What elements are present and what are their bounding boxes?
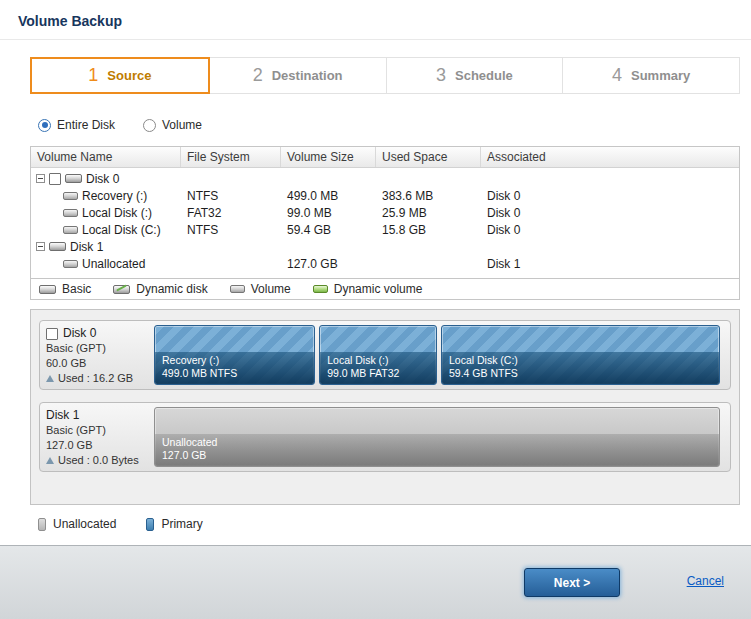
step-number: 3	[436, 65, 446, 86]
partition-detail: 59.4 GB NTFS	[449, 367, 712, 380]
radio-unselected-icon	[143, 119, 156, 132]
table-row-local-disk[interactable]: Local Disk (:) FAT32 99.0 MB 25.9 MB Dis…	[31, 204, 739, 221]
collapse-icon[interactable]	[36, 242, 45, 251]
partition-name: Unallocated	[162, 436, 712, 449]
cell-volume-size: 99.0 MB	[281, 206, 376, 220]
expand-arrow-icon[interactable]	[46, 457, 54, 464]
radio-label: Volume	[162, 118, 202, 132]
legend-basic: Basic	[39, 282, 91, 296]
volume-table: Volume Name File System Volume Size Used…	[30, 146, 740, 279]
partition-local-disk[interactable]: Local Disk (:) 99.0 MB FAT32	[319, 325, 437, 385]
step-label: Summary	[631, 68, 690, 83]
disk-capacity: 60.0 GB	[46, 356, 154, 371]
disk1-info: Disk 1 Basic (GPT) 127.0 GB Used : 0.0 B…	[46, 407, 154, 467]
table-row-disk1[interactable]: Disk 1	[31, 238, 739, 255]
disk-name: Disk 0	[63, 326, 96, 341]
legend-label: Primary	[161, 517, 202, 531]
step-number: 4	[612, 65, 622, 86]
cell-associated: Disk 1	[481, 257, 739, 271]
cancel-link[interactable]: Cancel	[687, 574, 724, 588]
cell-volume-size: 59.4 GB	[281, 223, 376, 237]
legend-label: Volume	[251, 282, 291, 296]
partition-detail: 127.0 GB	[162, 449, 712, 462]
disk-name: Disk 1	[46, 408, 79, 423]
cell-used-space: 25.9 MB	[376, 206, 481, 220]
partition-local-disk-c[interactable]: Local Disk (C:) 59.4 GB NTFS	[441, 325, 720, 385]
step-schedule[interactable]: 3 Schedule	[386, 57, 564, 94]
volume-radio[interactable]: Volume	[143, 118, 202, 132]
step-destination[interactable]: 2 Destination	[209, 57, 387, 94]
cell-used-space: 15.8 GB	[376, 223, 481, 237]
step-label: Source	[107, 68, 151, 83]
collapse-icon[interactable]	[36, 174, 45, 183]
legend-dynamic-volume: Dynamic volume	[313, 282, 423, 296]
titlebar: Volume Backup	[0, 0, 751, 40]
legend-volume: Volume	[230, 282, 291, 296]
table-row-disk0[interactable]: Disk 0	[31, 170, 739, 187]
next-button[interactable]: Next >	[524, 568, 620, 597]
partition-recovery[interactable]: Recovery (:) 499.0 MB NTFS	[154, 325, 315, 385]
page-title: Volume Backup	[18, 13, 122, 29]
disk0-partitions: Recovery (:) 499.0 MB NTFS Local Disk (:…	[154, 325, 720, 385]
row-label: Local Disk (C:)	[82, 223, 161, 237]
partition-name: Local Disk (:)	[327, 354, 429, 367]
step-source[interactable]: 1 Source	[30, 57, 210, 94]
table-body: Disk 0 Recovery (:) NTFS 499.0 MB 383.6 …	[31, 168, 739, 278]
column-header-volume-name[interactable]: Volume Name	[31, 147, 181, 167]
primary-bar-icon	[146, 518, 154, 531]
step-label: Destination	[272, 68, 343, 83]
expand-arrow-icon[interactable]	[46, 375, 54, 382]
table-row-unallocated[interactable]: Unallocated 127.0 GB Disk 1	[31, 255, 739, 272]
partition-detail: 499.0 MB NTFS	[162, 367, 307, 380]
column-header-volume-size[interactable]: Volume Size	[281, 147, 376, 167]
step-number: 1	[88, 65, 98, 86]
legend-label: Dynamic volume	[334, 282, 423, 296]
step-summary[interactable]: 4 Summary	[562, 57, 740, 94]
partition-name: Local Disk (C:)	[449, 354, 712, 367]
cell-associated: Disk 0	[481, 206, 739, 220]
disk-type-legend: Basic Dynamic disk Volume Dynamic volume	[30, 278, 740, 300]
cell-file-system: NTFS	[181, 189, 281, 203]
partition-type-legend: Unallocated Primary	[38, 517, 740, 531]
disk-capacity: 127.0 GB	[46, 438, 154, 453]
table-header: Volume Name File System Volume Size Used…	[31, 147, 739, 168]
cell-volume-size: 499.0 MB	[281, 189, 376, 203]
cell-volume-size: 127.0 GB	[281, 257, 376, 271]
basic-disk-icon	[39, 285, 56, 294]
legend-primary: Primary	[146, 517, 202, 531]
dynamic-disk-icon	[113, 285, 130, 294]
legend-dynamic-disk: Dynamic disk	[113, 282, 207, 296]
cell-file-system: NTFS	[181, 223, 281, 237]
disk-used: Used : 0.0 Bytes	[58, 453, 139, 468]
column-header-associated[interactable]: Associated	[481, 147, 739, 167]
cell-associated: Disk 0	[481, 189, 739, 203]
cell-associated: Disk 0	[481, 223, 739, 237]
table-row-recovery[interactable]: Recovery (:) NTFS 499.0 MB 383.6 MB Disk…	[31, 187, 739, 204]
disk0-map-checkbox[interactable]	[46, 328, 58, 340]
disk0-card: Disk 0 Basic (GPT) 60.0 GB Used : 16.2 G…	[39, 320, 731, 390]
backup-mode-options: Entire Disk Volume	[38, 118, 740, 132]
row-label: Unallocated	[82, 257, 145, 271]
volume-backup-window: Volume Backup 1 Source 2 Destination 3 S…	[0, 0, 751, 619]
disk-kind: Basic (GPT)	[46, 423, 154, 438]
disk1-partitions: Unallocated 127.0 GB	[154, 407, 720, 467]
row-label: Local Disk (:)	[82, 206, 152, 220]
legend-label: Unallocated	[53, 517, 116, 531]
cell-used-space: 383.6 MB	[376, 189, 481, 203]
volume-icon	[63, 260, 78, 268]
disk1-card: Disk 1 Basic (GPT) 127.0 GB Used : 0.0 B…	[39, 402, 731, 472]
column-header-used-space[interactable]: Used Space	[376, 147, 481, 167]
entire-disk-radio[interactable]: Entire Disk	[38, 118, 115, 132]
partition-unallocated[interactable]: Unallocated 127.0 GB	[154, 407, 720, 467]
volume-icon	[63, 192, 78, 200]
radio-label: Entire Disk	[57, 118, 115, 132]
volume-icon	[230, 285, 245, 293]
column-header-file-system[interactable]: File System	[181, 147, 281, 167]
disk0-info: Disk 0 Basic (GPT) 60.0 GB Used : 16.2 G…	[46, 325, 154, 385]
partition-name: Recovery (:)	[162, 354, 307, 367]
unallocated-bar-icon	[38, 518, 46, 531]
disk0-checkbox[interactable]	[49, 173, 61, 185]
row-label: Recovery (:)	[82, 189, 147, 203]
row-label: Disk 1	[70, 240, 103, 254]
table-row-local-disk-c[interactable]: Local Disk (C:) NTFS 59.4 GB 15.8 GB Dis…	[31, 221, 739, 238]
